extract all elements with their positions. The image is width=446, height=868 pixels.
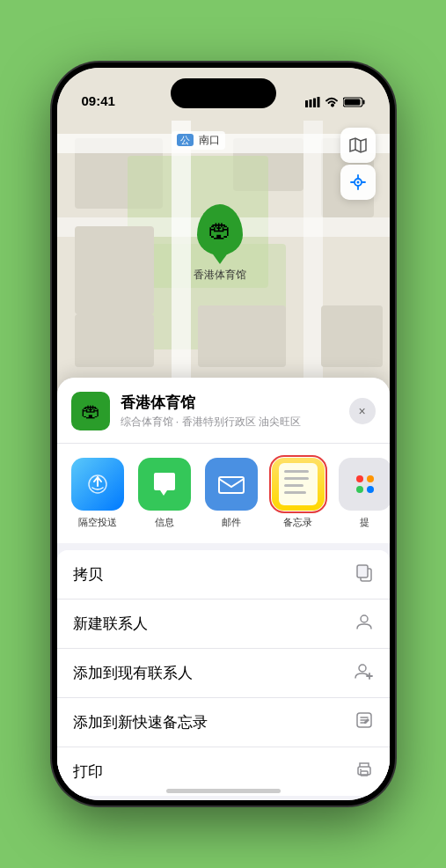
action-copy-label: 拷贝 (73, 564, 103, 585)
bottom-sheet: 🏟 香港体育馆 综合体育馆 · 香港特别行政区 油尖旺区 × 隔空投送 (57, 378, 390, 800)
new-contact-icon (355, 612, 374, 636)
action-list: 拷贝 新建联系人 添加到现有联系人 (57, 550, 390, 796)
svg-rect-0 (305, 100, 308, 107)
home-indicator (166, 789, 281, 793)
map-label-text: 南口 (199, 134, 220, 146)
status-time: 09:41 (82, 93, 115, 110)
add-contact-icon (355, 661, 374, 685)
close-icon: × (358, 404, 365, 418)
map-controls (340, 128, 376, 200)
notes-icon (272, 458, 325, 511)
action-copy[interactable]: 拷贝 (57, 550, 390, 600)
dynamic-island (171, 78, 276, 108)
map-type-button[interactable] (340, 128, 376, 163)
action-print-label: 打印 (73, 761, 103, 782)
notes-label: 备忘录 (283, 516, 312, 529)
mail-icon (205, 458, 258, 511)
svg-point-16 (359, 665, 366, 672)
action-new-contact-label: 新建联系人 (73, 614, 148, 634)
venue-info: 香港体育馆 综合体育馆 · 香港特别行政区 油尖旺区 (121, 393, 339, 430)
status-icons (305, 97, 365, 110)
wifi-icon (325, 97, 339, 110)
phone-screen: 09:41 (57, 68, 390, 800)
share-item-messages[interactable]: 信息 (138, 458, 191, 529)
messages-label: 信息 (155, 516, 174, 529)
share-item-notes[interactable]: 备忘录 (272, 458, 325, 529)
action-add-existing-label: 添加到现有联系人 (73, 663, 193, 683)
map-label-prefix: 公 (177, 134, 194, 146)
signal-icon (305, 97, 320, 110)
svg-rect-3 (317, 97, 319, 107)
svg-rect-5 (362, 100, 364, 105)
print-icon (355, 760, 374, 783)
svg-rect-14 (357, 565, 368, 577)
copy-icon (355, 563, 374, 586)
svg-point-15 (361, 615, 368, 622)
phone-frame: 09:41 (52, 63, 395, 805)
venue-icon: 🏟 (71, 392, 110, 430)
more-label: 提 (360, 516, 369, 529)
svg-point-20 (360, 769, 362, 771)
svg-rect-1 (309, 99, 311, 107)
pin-icon: 🏟 (197, 204, 243, 255)
location-button[interactable] (340, 165, 376, 200)
battery-icon (343, 97, 365, 110)
action-quick-note[interactable]: 添加到新快速备忘录 (57, 698, 390, 747)
share-item-mail[interactable]: 邮件 (205, 458, 258, 529)
pin-label: 香港体育馆 (194, 268, 246, 283)
airdrop-icon (71, 458, 124, 511)
action-add-existing[interactable]: 添加到现有联系人 (57, 649, 390, 698)
share-item-more[interactable]: 提 (339, 458, 390, 529)
airdrop-label: 隔空投送 (78, 516, 117, 529)
svg-point-10 (356, 181, 359, 184)
quick-note-icon (355, 710, 374, 734)
svg-rect-6 (344, 99, 360, 106)
map-label: 公 南口 (172, 131, 225, 150)
svg-rect-12 (219, 477, 244, 493)
share-item-airdrop[interactable]: 隔空投送 (71, 458, 124, 529)
venue-desc: 综合体育馆 · 香港特别行政区 油尖旺区 (121, 415, 339, 430)
close-button[interactable]: × (349, 398, 376, 424)
messages-icon (138, 458, 191, 511)
svg-rect-2 (313, 99, 316, 108)
mail-label: 邮件 (222, 516, 241, 529)
action-new-contact[interactable]: 新建联系人 (57, 600, 390, 649)
stadium-pin: 🏟 香港体育馆 (194, 204, 246, 283)
pin-emoji: 🏟 (208, 217, 231, 244)
share-row: 隔空投送 信息 邮件 (57, 444, 390, 550)
sheet-header: 🏟 香港体育馆 综合体育馆 · 香港特别行政区 油尖旺区 × (57, 378, 390, 444)
more-icon (339, 458, 390, 511)
action-quick-note-label: 添加到新快速备忘录 (73, 712, 208, 732)
venue-name: 香港体育馆 (121, 393, 339, 413)
svg-rect-19 (361, 771, 368, 776)
